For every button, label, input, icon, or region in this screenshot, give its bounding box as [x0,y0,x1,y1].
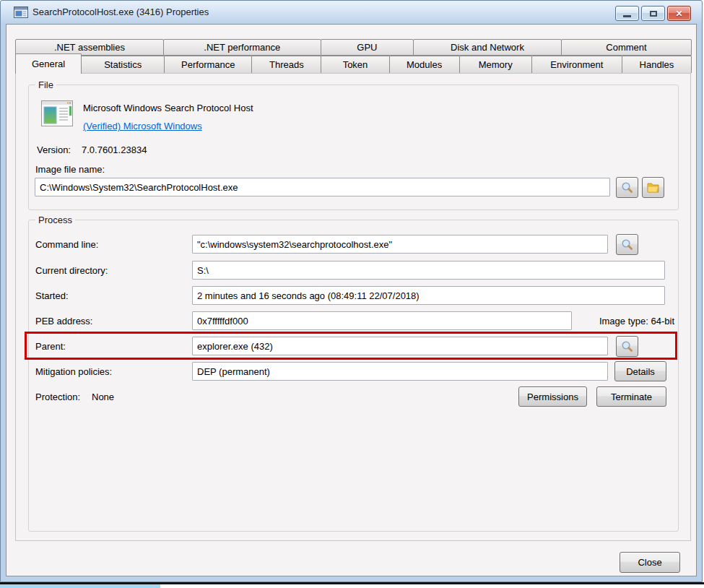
minimize-button[interactable] [615,6,639,21]
mitigation-policies-label: Mitigation policies: [35,366,112,377]
close-button[interactable]: Close [620,552,680,573]
magnifier-icon [621,181,633,194]
tab-disk-and-network[interactable]: Disk and Network [413,39,562,56]
tab-performance[interactable]: Performance [164,56,252,73]
parent-label: Parent: [35,341,66,352]
tab-general[interactable]: General [15,53,82,74]
current-directory-input[interactable] [192,261,665,280]
tab-row-secondary: .NET assemblies.NET performanceGPUDisk a… [15,39,691,56]
version-label: Version: [37,144,71,155]
mitigation-policies-input[interactable] [192,362,608,381]
command-line-input[interactable] [192,235,608,254]
minimize-icon [623,15,631,17]
window-app-icon [14,7,28,21]
close-icon: ✕ [675,9,682,18]
terminate-button[interactable]: Terminate [596,386,666,407]
image-file-name-label: Image file name: [35,164,105,175]
started-label: Started: [35,290,69,301]
permissions-button[interactable]: Permissions [518,386,587,407]
taskbar-fragment [0,584,160,588]
inspect-command-line-button[interactable] [616,234,638,255]
details-button[interactable]: Details [614,361,666,381]
tab-token[interactable]: Token [321,56,389,73]
maximize-icon [650,11,657,17]
window-title: SearchProtocolHost.exe (3416) Properties [32,7,209,17]
peb-address-input[interactable] [192,311,572,330]
file-group-label: File [35,79,56,90]
process-group-label: Process [35,215,75,225]
started-input[interactable] [192,286,665,305]
image-file-name-input[interactable] [35,178,610,196]
close-window-button[interactable]: ✕ [667,6,691,21]
folder-icon [647,182,659,193]
tab-threads[interactable]: Threads [251,56,321,73]
properties-window: SearchProtocolHost.exe (3416) Properties… [0,0,703,582]
titlebar[interactable]: SearchProtocolHost.exe (3416) Properties… [1,1,702,24]
tab-modules[interactable]: Modules [389,56,460,73]
command-line-label: Command line: [35,239,98,250]
magnifier-icon [621,340,633,353]
image-type-label: Image type: [599,316,648,327]
image-type: Image type: 64-bit [576,316,674,327]
file-app-icon [40,99,74,131]
inspect-parent-button[interactable] [616,336,638,357]
tab-net-performance[interactable]: .NET performance [163,39,321,56]
parent-process-input[interactable] [192,337,608,355]
tab-handles[interactable]: Handles [622,56,692,73]
tab-gpu[interactable]: GPU [321,39,414,56]
inspect-image-button[interactable] [616,177,638,198]
magnifier-icon [621,238,633,251]
current-directory-label: Current directory: [35,265,108,276]
verified-signer-link[interactable]: (Verified) Microsoft Windows [83,121,202,131]
tab-comment[interactable]: Comment [561,39,692,56]
protection-value: None [92,392,114,402]
peb-address-label: PEB address: [35,316,93,327]
tab-memory[interactable]: Memory [459,56,532,73]
tab-statistics[interactable]: Statistics [81,56,165,73]
open-file-location-button[interactable] [642,177,664,198]
tab-row-primary: GeneralStatisticsPerformanceThreadsToken… [15,56,691,73]
version-value: 7.0.7601.23834 [82,144,147,155]
protection-label: Protection: [35,392,80,402]
tab-environment[interactable]: Environment [531,56,622,73]
file-display-name: Microsoft Windows Search Protocol Host [83,103,253,113]
desktop: SearchProtocolHost.exe (3416) Properties… [0,0,704,588]
maximize-button[interactable] [641,6,665,21]
image-type-value: 64-bit [651,316,674,327]
